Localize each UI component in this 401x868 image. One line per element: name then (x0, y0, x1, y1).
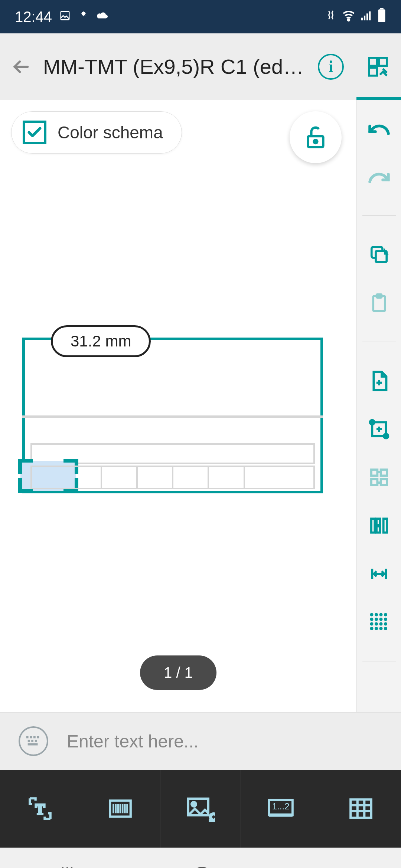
table-cell[interactable] (138, 467, 173, 488)
number-placeholder-label: 1...2 (272, 801, 290, 812)
svg-rect-22 (381, 479, 387, 485)
svg-rect-3 (364, 16, 365, 20)
redo-button[interactable] (366, 163, 392, 189)
svg-rect-8 (369, 58, 377, 66)
svg-rect-21 (371, 479, 377, 485)
svg-rect-46 (28, 740, 30, 742)
add-column-button[interactable] (366, 513, 392, 539)
copy-button[interactable] (366, 241, 392, 267)
svg-rect-44 (33, 736, 36, 739)
text-input[interactable]: Enter text here... (67, 731, 382, 752)
svg-point-18 (384, 434, 388, 438)
svg-rect-2 (361, 17, 363, 20)
svg-rect-9 (379, 58, 387, 66)
svg-point-26 (370, 613, 373, 617)
table-cell[interactable] (173, 467, 209, 488)
image-tool-button[interactable]: Ω (160, 770, 241, 848)
color-schema-label: Color schema (58, 122, 163, 142)
svg-point-28 (379, 613, 382, 617)
status-right (325, 8, 386, 26)
svg-point-34 (370, 622, 373, 626)
new-page-button[interactable] (366, 368, 392, 394)
page-indicator: 1 / 1 (140, 655, 216, 690)
text-input-bar: Enter text here... (0, 712, 401, 770)
table-cell[interactable] (102, 467, 138, 488)
back-nav-button[interactable] (328, 865, 343, 868)
svg-point-38 (370, 627, 373, 630)
checkbox-icon (23, 121, 46, 144)
color-schema-chip[interactable]: Color schema (11, 111, 182, 154)
vibrate-icon (325, 9, 337, 25)
svg-point-12 (314, 140, 317, 143)
wifi-icon (342, 8, 356, 26)
number-tool-button[interactable]: 1...2 (241, 770, 321, 848)
weather-status-icon (97, 10, 108, 24)
keyboard-button[interactable] (19, 726, 48, 756)
svg-point-1 (348, 19, 350, 21)
home-button[interactable] (193, 865, 211, 868)
recent-apps-button[interactable] (58, 865, 76, 868)
svg-point-37 (384, 622, 387, 626)
undo-button[interactable] (366, 115, 392, 141)
svg-rect-19 (371, 470, 377, 476)
paste-button[interactable] (366, 290, 392, 316)
canvas-area[interactable]: Color schema 31.2 mm 1 (0, 100, 356, 712)
svg-point-60 (192, 802, 196, 806)
split-button[interactable] (366, 464, 392, 490)
text-tool-button[interactable]: T (0, 770, 80, 848)
svg-point-33 (384, 618, 387, 621)
wand-status-icon (78, 10, 89, 24)
svg-point-32 (379, 618, 382, 621)
svg-point-30 (370, 618, 373, 621)
picture-status-icon (59, 10, 71, 24)
svg-point-27 (375, 613, 378, 617)
side-toolbar (356, 100, 401, 712)
svg-rect-45 (37, 736, 39, 739)
svg-rect-23 (371, 519, 375, 532)
svg-point-35 (375, 622, 378, 626)
svg-rect-42 (26, 736, 29, 739)
crop-add-button[interactable] (366, 416, 392, 442)
svg-rect-47 (31, 740, 33, 742)
back-button[interactable] (11, 56, 32, 77)
toolbar-divider (362, 661, 396, 661)
svg-text:T: T (35, 801, 44, 818)
svg-text:Ω: Ω (209, 811, 215, 822)
label-frame[interactable]: 31.2 mm (22, 338, 323, 493)
svg-point-29 (384, 613, 387, 617)
table-tool-button[interactable] (321, 770, 401, 848)
app-header: MM-TMT (Ex9,5)R C1 (edi… i (0, 33, 401, 100)
status-left: 12:44 (15, 9, 108, 25)
header-underline (356, 97, 401, 100)
lock-button[interactable] (290, 111, 342, 163)
svg-rect-4 (366, 13, 368, 20)
table-row[interactable] (30, 466, 315, 489)
svg-point-31 (375, 618, 378, 621)
status-time: 12:44 (15, 9, 52, 25)
svg-rect-20 (381, 470, 387, 476)
svg-point-39 (375, 627, 378, 630)
svg-rect-5 (369, 11, 371, 20)
svg-rect-6 (380, 8, 384, 9)
toolbar-divider (362, 215, 396, 216)
svg-rect-10 (369, 68, 377, 75)
android-nav-bar (0, 848, 401, 868)
signal-icon (360, 9, 373, 25)
more-grid-button[interactable] (366, 609, 392, 635)
content-wrapper: Color schema 31.2 mm 1 (0, 100, 401, 712)
bottom-toolbar: T Ω 1...2 (0, 770, 401, 848)
barcode-tool-button[interactable] (80, 770, 160, 848)
page-title: MM-TMT (Ex9,5)R C1 (edi… (43, 55, 307, 79)
measurement-badge: 31.2 mm (51, 325, 151, 357)
resize-width-button[interactable] (366, 561, 392, 587)
info-button[interactable]: i (318, 54, 344, 80)
svg-rect-25 (383, 519, 387, 532)
battery-icon (377, 8, 386, 26)
table-cell[interactable] (209, 467, 245, 488)
svg-rect-49 (28, 743, 38, 746)
template-edit-icon[interactable] (366, 55, 390, 79)
table-cell[interactable] (32, 467, 102, 488)
svg-rect-0 (61, 11, 69, 20)
svg-point-40 (379, 627, 382, 630)
table-cell[interactable] (245, 467, 314, 488)
